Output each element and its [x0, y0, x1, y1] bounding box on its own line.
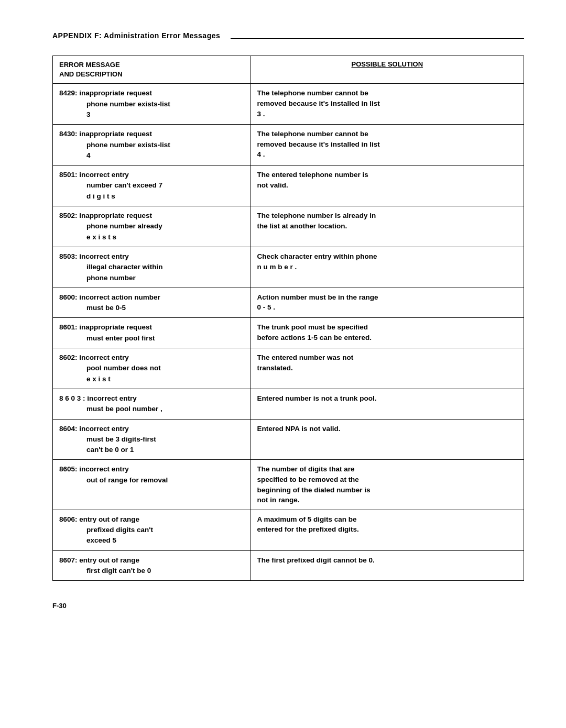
error-cell: 8430: inappropriate requestphone number … — [53, 125, 251, 166]
error-description: entry out of range — [79, 556, 139, 564]
error-description: entry out of range — [79, 515, 139, 523]
appendix-title: APPENDIX F: Administration Error Message… — [52, 31, 220, 40]
error-cell: 8502: inappropriate requestphone number … — [53, 206, 251, 247]
error-description: incorrect entry — [79, 425, 129, 433]
error-code: 8502: — [59, 212, 79, 219]
error-code: 8501: — [59, 171, 79, 179]
error-code: 8604: — [59, 425, 79, 433]
solution-cell: The telephone number is already in the l… — [251, 206, 524, 247]
error-code: 8430: — [59, 130, 79, 138]
table-row: 8607: entry out of rangefirst digit can'… — [53, 550, 524, 581]
error-description: inappropriate request — [79, 323, 152, 331]
error-cell: 8600: incorrect action numbermust be 0-5 — [53, 288, 251, 318]
col-error-header: ERROR MESSAGE AND DESCRIPTION — [53, 56, 251, 84]
solution-text: The telephone number cannot be removed b… — [257, 89, 380, 117]
solution-text: Action number must be in the range 0 - 5… — [257, 293, 378, 312]
error-description: inappropriate request — [79, 130, 152, 138]
error-messages-table: ERROR MESSAGE AND DESCRIPTION POSSIBLE S… — [52, 56, 524, 581]
error-description: incorrect entry — [79, 171, 129, 179]
table-row: 8602: incorrect entrypool number does no… — [53, 348, 524, 389]
table-row: 8429: inappropriate requestphone number … — [53, 84, 524, 125]
error-cell: 8605: incorrect entryout of range for re… — [53, 460, 251, 510]
solution-text: Entered NPA is not valid. — [257, 425, 341, 433]
error-description: incorrect entry — [87, 394, 137, 402]
error-code: 8503: — [59, 252, 79, 260]
table-row: 8503: incorrect entryillegal character w… — [53, 247, 524, 288]
page-number: F-30 — [52, 602, 67, 610]
solution-cell: Check character entry within phone n u m… — [251, 247, 524, 288]
solution-cell: A maximum of 5 digits can be entered for… — [251, 510, 524, 550]
solution-text: The telephone number cannot be removed b… — [257, 130, 380, 158]
error-description: incorrect entry — [79, 465, 129, 473]
solution-text: The number of digits that are specified … — [257, 465, 371, 504]
page-header: APPENDIX F: Administration Error Message… — [52, 31, 524, 40]
solution-text: The entered telephone number is not vali… — [257, 171, 368, 189]
solution-text: Entered number is not a trunk pool. — [257, 394, 377, 402]
error-description: incorrect entry — [79, 252, 129, 260]
error-code: 8601: — [59, 323, 79, 331]
error-code: 8605: — [59, 465, 79, 473]
header-rule — [231, 38, 524, 39]
error-cell: 8604: incorrect entrymust be 3 digits-fi… — [53, 419, 251, 460]
table-row: 8605: incorrect entryout of range for re… — [53, 460, 524, 510]
solution-text: A maximum of 5 digits can be entered for… — [257, 515, 359, 534]
error-code: 8606: — [59, 515, 79, 523]
solution-text: Check character entry within phone n u m… — [257, 252, 377, 271]
table-row: 8604: incorrect entrymust be 3 digits-fi… — [53, 419, 524, 460]
table-header-row: ERROR MESSAGE AND DESCRIPTION POSSIBLE S… — [53, 56, 524, 84]
error-cell: 8607: entry out of rangefirst digit can'… — [53, 550, 251, 581]
table-row: 8601: inappropriate requestmust enter po… — [53, 318, 524, 348]
error-description: incorrect action number — [79, 293, 160, 301]
solution-cell: The entered number was not translated. — [251, 348, 524, 389]
error-cell: 8501: incorrect entrynumber can't exceed… — [53, 166, 251, 206]
table-row: 8430: inappropriate requestphone number … — [53, 125, 524, 166]
error-cell: 8601: inappropriate requestmust enter po… — [53, 318, 251, 348]
solution-cell: The telephone number cannot be removed b… — [251, 84, 524, 125]
error-description: inappropriate request — [79, 212, 152, 219]
error-cell: 8 6 0 3 : incorrect entrymust be pool nu… — [53, 389, 251, 419]
error-description: incorrect entry — [79, 354, 129, 361]
solution-text: The entered number was not translated. — [257, 354, 354, 372]
error-cell: 8503: incorrect entryillegal character w… — [53, 247, 251, 288]
error-code: 8600: — [59, 293, 79, 301]
solution-text: The trunk pool must be specified before … — [257, 323, 372, 341]
solution-cell: The telephone number cannot be removed b… — [251, 125, 524, 166]
error-code: 8602: — [59, 354, 79, 361]
solution-cell: The number of digits that are specified … — [251, 460, 524, 510]
col-solution-header: POSSIBLE SOLUTION — [251, 56, 524, 84]
table-row: 8502: inappropriate requestphone number … — [53, 206, 524, 247]
error-cell: 8429: inappropriate requestphone number … — [53, 84, 251, 125]
solution-cell: Entered number is not a trunk pool. — [251, 389, 524, 419]
solution-cell: The entered telephone number is not vali… — [251, 166, 524, 206]
solution-cell: The first prefixed digit cannot be 0. — [251, 550, 524, 581]
error-cell: 8602: incorrect entrypool number does no… — [53, 348, 251, 389]
solution-cell: Entered NPA is not valid. — [251, 419, 524, 460]
solution-text: The first prefixed digit cannot be 0. — [257, 556, 375, 564]
error-code: 8607: — [59, 556, 79, 564]
error-description: inappropriate request — [79, 89, 152, 97]
solution-cell: The trunk pool must be specified before … — [251, 318, 524, 348]
error-cell: 8606: entry out of rangeprefixed digits … — [53, 510, 251, 550]
solution-cell: Action number must be in the range 0 - 5… — [251, 288, 524, 318]
solution-text: The telephone number is already in the l… — [257, 212, 376, 230]
table-row: 8 6 0 3 : incorrect entrymust be pool nu… — [53, 389, 524, 419]
table-row: 8600: incorrect action numbermust be 0-5… — [53, 288, 524, 318]
error-code: 8 6 0 3 : — [59, 394, 87, 402]
page-footer: F-30 — [52, 602, 524, 610]
table-row: 8501: incorrect entrynumber can't exceed… — [53, 166, 524, 206]
table-row: 8606: entry out of rangeprefixed digits … — [53, 510, 524, 550]
error-code: 8429: — [59, 89, 79, 97]
